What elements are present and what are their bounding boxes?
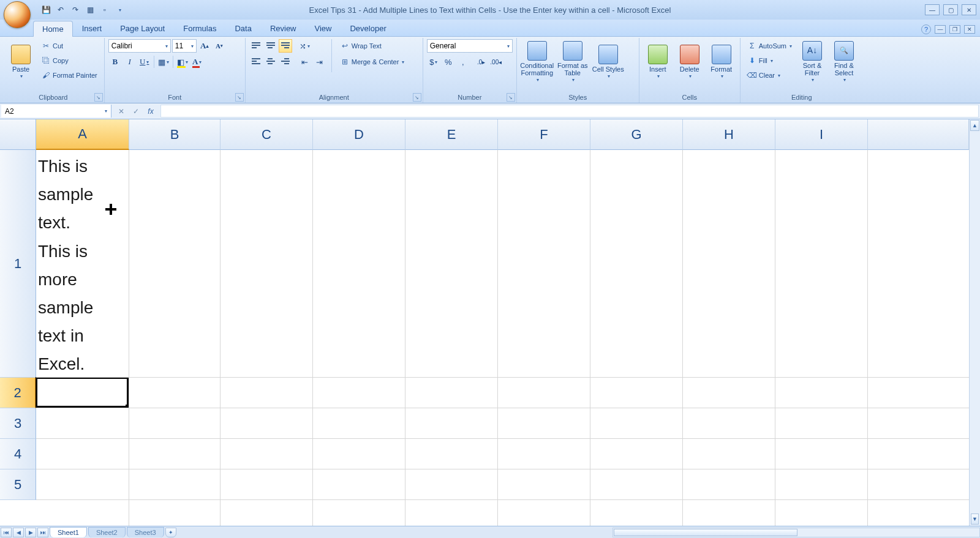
insert-cells-button[interactable]: Insert▾ — [643, 39, 673, 84]
wrap-text-button[interactable]: ↩Wrap Text — [337, 39, 408, 53]
qat-custom-icon[interactable]: ▦ — [85, 4, 96, 15]
name-box[interactable]: A2▾ — [1, 105, 111, 118]
select-all-corner[interactable] — [0, 119, 36, 150]
horizontal-scrollbar[interactable] — [612, 528, 980, 537]
sort-filter-button[interactable]: A↓Sort & Filter▾ — [797, 39, 827, 84]
tab-nav-first[interactable]: ⏮ — [1, 528, 12, 537]
borders-button[interactable]: ▦▾ — [157, 55, 170, 69]
save-icon[interactable]: 💾 — [40, 4, 51, 15]
clipboard-launcher[interactable]: ↘ — [94, 93, 103, 102]
row-header-5[interactable]: 5 — [0, 469, 36, 500]
italic-button[interactable]: I — [123, 55, 137, 69]
align-top-button[interactable] — [249, 39, 263, 53]
qat-more-icon[interactable]: ▾ — [114, 4, 125, 15]
accounting-button[interactable]: $▾ — [427, 55, 440, 69]
fill-button[interactable]: ⬇Fill▾ — [744, 54, 795, 67]
align-right-button[interactable] — [279, 55, 292, 69]
mdi-close-button[interactable]: ✕ — [964, 25, 975, 34]
row-header-3[interactable]: 3 — [0, 408, 36, 439]
merge-center-button[interactable]: ⊞Merge & Center▾ — [337, 55, 408, 69]
orientation-button[interactable]: ⤭▾ — [298, 39, 312, 53]
sheet-tab-sheet3[interactable]: Sheet3 — [127, 527, 164, 537]
col-header-D[interactable]: D — [313, 119, 405, 150]
close-button[interactable]: ✕ — [962, 4, 976, 15]
align-left-button[interactable] — [249, 55, 263, 69]
col-header-I[interactable]: I — [775, 119, 868, 150]
minimize-button[interactable]: — — [925, 4, 940, 15]
font-color-button[interactable]: A▾ — [190, 55, 204, 69]
col-header-C[interactable]: C — [221, 119, 313, 150]
new-sheet-button[interactable]: ✦ — [165, 528, 176, 537]
increase-indent-button[interactable]: ⇥ — [313, 55, 326, 69]
tab-nav-next[interactable]: ▶ — [25, 528, 36, 537]
decrease-indent-button[interactable]: ⇤ — [298, 55, 312, 69]
fx-button[interactable]: fx — [145, 105, 157, 118]
mdi-restore-button[interactable]: ❐ — [949, 25, 960, 34]
font-size-combo[interactable]: 11▾ — [172, 39, 197, 53]
decrease-font-button[interactable]: A▾ — [213, 39, 226, 53]
conditional-formatting-button[interactable]: Conditional Formatting▾ — [521, 39, 554, 84]
increase-decimal-button[interactable]: .0▸ — [475, 55, 488, 69]
tab-view[interactable]: View — [306, 20, 341, 36]
sheet-tab-sheet1[interactable]: Sheet1 — [50, 527, 87, 537]
format-painter-button[interactable]: 🖌Format Painter — [38, 69, 100, 82]
paste-button[interactable]: Paste ▾ — [6, 39, 36, 84]
align-bottom-button[interactable] — [279, 39, 292, 53]
row-header-2[interactable]: 2 — [0, 378, 36, 408]
alignment-launcher[interactable]: ↘ — [413, 93, 421, 102]
align-center-button[interactable] — [264, 55, 277, 69]
tab-review[interactable]: Review — [261, 20, 306, 36]
tab-home[interactable]: Home — [33, 21, 73, 37]
worksheet[interactable]: ABCDEFGHI 12345 This is sample text. Thi… — [0, 119, 969, 526]
align-middle-button[interactable] — [264, 39, 277, 53]
tab-formulas[interactable]: Formulas — [174, 20, 225, 36]
underline-button[interactable]: U▾ — [138, 55, 151, 69]
col-header-H[interactable]: H — [683, 119, 775, 150]
format-as-table-button[interactable]: Format as Table▾ — [556, 39, 589, 84]
decrease-decimal-button[interactable]: .00◂ — [489, 55, 503, 69]
formula-input[interactable] — [160, 105, 979, 118]
help-icon[interactable]: ? — [921, 24, 931, 34]
enter-formula-button[interactable]: ✓ — [130, 105, 142, 118]
col-header-G[interactable]: G — [590, 119, 683, 150]
office-button[interactable] — [4, 1, 31, 28]
row-header-1[interactable]: 1 — [0, 150, 36, 378]
sheet-tab-sheet2[interactable]: Sheet2 — [88, 527, 126, 537]
find-select-button[interactable]: 🔍Find & Select▾ — [829, 39, 859, 84]
hscroll-thumb[interactable] — [614, 529, 797, 536]
percent-button[interactable]: % — [442, 55, 455, 69]
tab-insert[interactable]: Insert — [73, 20, 111, 36]
cell-grid[interactable]: This is sample text. This is more sample… — [36, 150, 969, 526]
cell-styles-button[interactable]: Cell Styles▾ — [592, 39, 625, 84]
font-name-combo[interactable]: Calibri▾ — [108, 39, 171, 53]
vertical-scrollbar[interactable]: ▲ ▼ — [969, 119, 980, 526]
row-header-4[interactable]: 4 — [0, 439, 36, 469]
fill-color-button[interactable]: ◧▾ — [176, 55, 189, 69]
tab-nav-prev[interactable]: ◀ — [13, 528, 24, 537]
undo-icon[interactable]: ↶ — [55, 4, 66, 15]
qat-custom2-icon[interactable]: ▫ — [99, 4, 110, 15]
copy-button[interactable]: ⿻Copy — [38, 54, 100, 67]
col-header-A[interactable]: A — [36, 119, 129, 150]
redo-icon[interactable]: ↷ — [70, 4, 81, 15]
delete-cells-button[interactable]: Delete▾ — [675, 39, 704, 84]
clear-button[interactable]: ⌫Clear▾ — [744, 69, 795, 82]
format-cells-button[interactable]: Format▾ — [707, 39, 736, 84]
number-launcher[interactable]: ↘ — [507, 93, 515, 102]
mdi-minimize-button[interactable]: — — [935, 25, 946, 34]
tab-nav-last[interactable]: ⏭ — [37, 528, 48, 537]
font-launcher[interactable]: ↘ — [235, 93, 244, 102]
increase-font-button[interactable]: A▴ — [198, 39, 211, 53]
scroll-down-button[interactable]: ▼ — [971, 514, 979, 525]
col-header-E[interactable]: E — [405, 119, 498, 150]
maximize-button[interactable]: ▢ — [943, 4, 958, 15]
tab-data[interactable]: Data — [225, 20, 260, 36]
tab-developer[interactable]: Developer — [341, 20, 395, 36]
bold-button[interactable]: B — [108, 55, 122, 69]
autosum-button[interactable]: ΣAutoSum▾ — [744, 39, 795, 53]
cancel-formula-button[interactable]: ✕ — [115, 105, 127, 118]
scroll-up-button[interactable]: ▲ — [970, 120, 979, 131]
comma-button[interactable]: , — [456, 55, 470, 69]
cut-button[interactable]: ✂Cut — [38, 39, 100, 53]
number-format-combo[interactable]: General▾ — [427, 39, 513, 53]
